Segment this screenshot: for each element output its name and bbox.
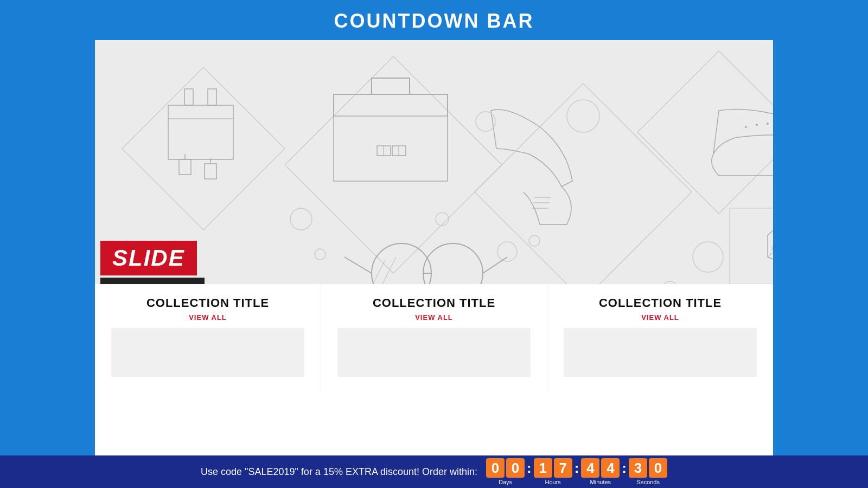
collection-view-all-1[interactable]: VIEW ALL bbox=[189, 313, 227, 322]
timer-seconds-digits: 3 0 bbox=[629, 458, 667, 478]
timer-days-label: Days bbox=[499, 479, 512, 485]
collection-title-2: COLLECTION TITLE bbox=[373, 296, 495, 310]
slide-label: SLIDE bbox=[100, 241, 197, 275]
timer-hours-d1: 1 bbox=[534, 458, 552, 478]
collection-item-2: COLLECTION TITLE VIEW ALL bbox=[321, 284, 547, 393]
timer-hours-label: Hours bbox=[545, 479, 561, 485]
collections-section: COLLECTION TITLE VIEW ALL COLLECTION TIT… bbox=[95, 284, 773, 393]
svg-point-36 bbox=[767, 123, 769, 125]
timer-colon-3: : bbox=[622, 460, 627, 477]
timer-seconds-label: Seconds bbox=[636, 479, 660, 485]
svg-point-35 bbox=[756, 124, 758, 126]
timer-minutes-d1: 4 bbox=[581, 458, 599, 478]
timer-colon-2: : bbox=[575, 460, 579, 477]
collection-image-2 bbox=[337, 328, 531, 377]
collection-title-3: COLLECTION TITLE bbox=[599, 296, 722, 310]
timer-days-d2: 0 bbox=[506, 458, 525, 478]
collection-item-3: COLLECTION TITLE VIEW ALL bbox=[547, 284, 773, 393]
collection-view-all-2[interactable]: VIEW ALL bbox=[415, 313, 453, 322]
timer-seconds-d1: 3 bbox=[629, 458, 647, 478]
view-all-products-button[interactable]: View all products bbox=[100, 278, 205, 284]
timer-hours-d2: 7 bbox=[554, 458, 572, 478]
timer-colon-1: : bbox=[527, 460, 532, 477]
timer-hours: 1 7 Hours bbox=[534, 458, 572, 485]
svg-point-34 bbox=[745, 126, 747, 128]
countdown-message: Use code "SALE2019" for a 15% EXTRA disc… bbox=[201, 466, 477, 478]
page-header: COUNTDOWN BAR bbox=[0, 0, 868, 40]
countdown-timer: 0 0 Days : 1 7 Hours : 4 4 Minutes : bbox=[486, 458, 667, 485]
collection-title-1: COLLECTION TITLE bbox=[146, 296, 269, 310]
timer-seconds-d2: 0 bbox=[649, 458, 667, 478]
timer-hours-digits: 1 7 bbox=[534, 458, 572, 478]
collection-image-3 bbox=[564, 328, 757, 377]
collection-image-1 bbox=[111, 328, 304, 377]
timer-minutes: 4 4 Minutes bbox=[581, 458, 620, 485]
timer-days-d1: 0 bbox=[486, 458, 505, 478]
timer-days-digits: 0 0 bbox=[486, 458, 525, 478]
countdown-bar: Use code "SALE2019" for a 15% EXTRA disc… bbox=[0, 455, 868, 488]
page-title: COUNTDOWN BAR bbox=[0, 10, 868, 33]
main-container: SLIDE View all products COLLECTION TITLE… bbox=[95, 40, 773, 488]
timer-seconds: 3 0 Seconds bbox=[629, 458, 667, 485]
collection-view-all-3[interactable]: VIEW ALL bbox=[641, 313, 679, 322]
timer-minutes-label: Minutes bbox=[590, 479, 611, 485]
timer-days: 0 0 Days bbox=[486, 458, 525, 485]
hero-section: SLIDE View all products bbox=[95, 40, 773, 284]
timer-minutes-digits: 4 4 bbox=[581, 458, 620, 478]
timer-minutes-d2: 4 bbox=[601, 458, 620, 478]
collection-item-1: COLLECTION TITLE VIEW ALL bbox=[95, 284, 321, 393]
